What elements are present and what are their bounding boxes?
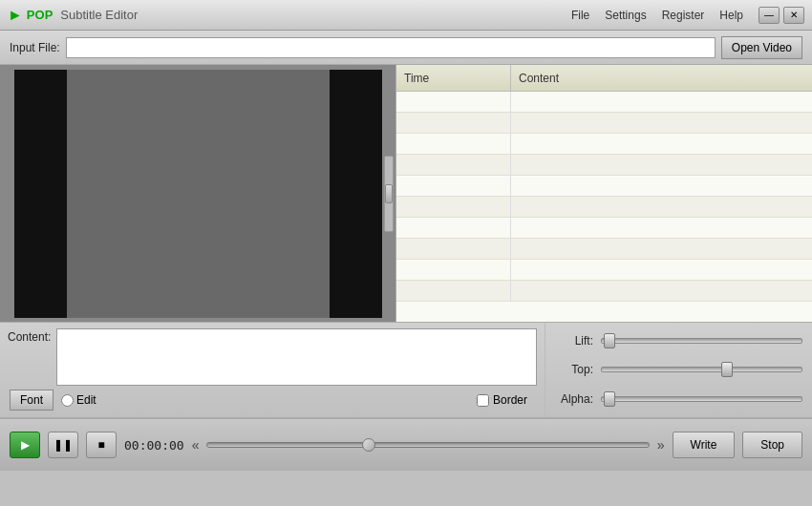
menu-bar: File Settings Register Help (571, 9, 743, 22)
open-video-button[interactable]: Open Video (721, 36, 802, 59)
stop-button-small[interactable]: ■ (86, 432, 117, 458)
table-row (396, 197, 812, 218)
subtitle-table-header: Time Content (396, 65, 812, 92)
content-label: Content: (8, 328, 51, 344)
table-row (396, 239, 812, 260)
col-time-header: Time (396, 65, 511, 91)
stop-button-main[interactable]: Stop (742, 432, 802, 458)
top-track[interactable] (601, 367, 802, 372)
subtitle-table-body[interactable] (396, 92, 812, 322)
input-file-label: Input File: (10, 41, 60, 54)
content-label-row: Content: (8, 328, 537, 386)
input-file-field[interactable] (66, 37, 716, 58)
play-button[interactable]: ▶ (10, 432, 40, 458)
menu-help[interactable]: Help (719, 9, 743, 22)
input-bar: Input File: Open Video (0, 31, 812, 65)
alpha-slider-row: Alpha: (555, 389, 802, 410)
video-black-right (330, 70, 382, 318)
content-textarea[interactable] (56, 328, 537, 386)
table-row (396, 155, 812, 176)
font-edit-row: Font Edit Border (8, 390, 537, 411)
seek-thumb[interactable] (362, 438, 375, 452)
video-panel (0, 65, 396, 322)
pause-button[interactable]: ❚❚ (48, 432, 78, 458)
font-button[interactable]: Font (10, 390, 53, 411)
seek-forward-arrow[interactable]: » (657, 437, 665, 453)
title-bar: ► POP Subtitle Editor File Settings Regi… (0, 0, 812, 31)
top-label: Top: (555, 363, 593, 376)
top-thumb[interactable] (721, 362, 733, 377)
alpha-track[interactable] (601, 396, 802, 402)
table-row (396, 92, 812, 113)
border-checkbox[interactable] (477, 394, 489, 407)
main-area: Time Content (0, 65, 812, 323)
lift-label: Lift: (555, 334, 593, 348)
video-black-left (14, 70, 67, 318)
menu-file[interactable]: File (571, 9, 589, 22)
write-button[interactable]: Write (673, 432, 736, 458)
bottom-area: Content: Font Edit Border Lift: (0, 323, 812, 471)
play-icon: ▶ (21, 438, 30, 452)
lift-slider-row: Lift: (555, 330, 802, 351)
video-scrollbar-thumb[interactable] (385, 184, 393, 203)
table-row (396, 281, 812, 302)
seek-bar[interactable] (206, 442, 649, 448)
alpha-label: Alpha: (555, 392, 593, 406)
top-slider-row: Top: (555, 359, 802, 380)
stop-icon: ■ (97, 438, 104, 452)
table-row (396, 113, 812, 134)
lift-track[interactable] (601, 338, 802, 344)
alpha-thumb[interactable] (604, 391, 615, 407)
col-content-header: Content (511, 65, 812, 91)
time-display: 00:00:00 (124, 438, 184, 453)
minimize-button[interactable]: — (759, 7, 780, 24)
border-row: Border (477, 393, 537, 407)
app-abbr: POP (27, 8, 53, 22)
border-label: Border (493, 393, 527, 407)
edit-radio: Edit (61, 393, 96, 407)
table-row (396, 218, 812, 239)
video-scrollbar[interactable] (384, 156, 394, 232)
window-controls: — ✕ (759, 7, 804, 24)
table-row (396, 260, 812, 281)
table-row (396, 176, 812, 197)
logo-arrow: ► (8, 7, 23, 24)
app-logo: ► POP Subtitle Editor (8, 7, 138, 24)
menu-settings[interactable]: Settings (605, 9, 646, 22)
seek-back-arrow[interactable]: « (192, 437, 200, 453)
table-row (396, 134, 812, 155)
playback-bar: ▶ ❚❚ ■ 00:00:00 « » Write Stop (0, 418, 812, 471)
edit-radio-label: Edit (76, 393, 96, 407)
app-subtitle: Subtitle Editor (60, 8, 138, 22)
content-row: Content: Font Edit Border Lift: (0, 323, 812, 418)
video-screen (14, 70, 382, 318)
menu-register[interactable]: Register (662, 9, 705, 22)
edit-radio-input[interactable] (61, 394, 74, 407)
pause-icon: ❚❚ (53, 438, 73, 452)
close-button[interactable]: ✕ (783, 7, 804, 24)
subtitle-panel: Time Content (396, 65, 812, 322)
lift-thumb[interactable] (604, 333, 615, 348)
content-right: Lift: Top: Alpha: (545, 323, 812, 417)
content-left: Content: Font Edit Border (0, 323, 545, 417)
